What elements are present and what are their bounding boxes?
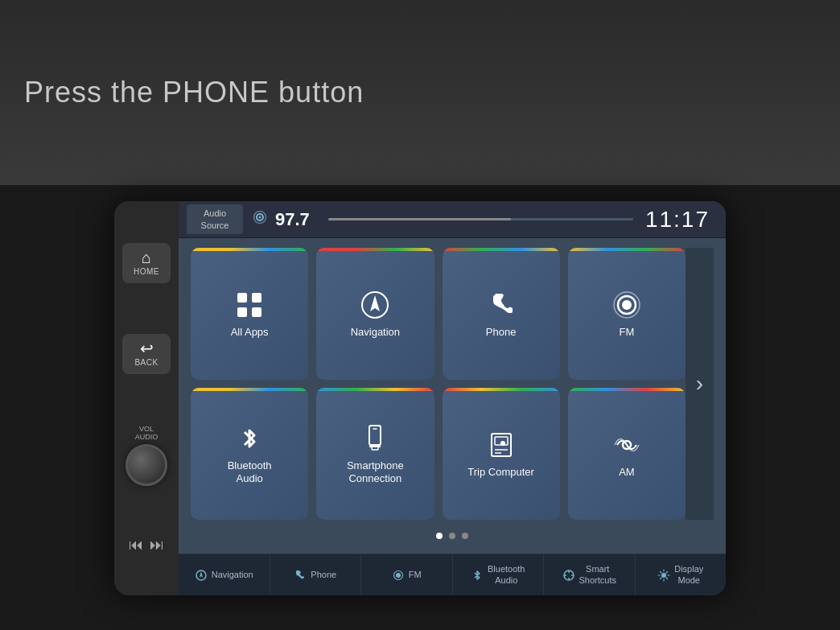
- svg-rect-6: [252, 307, 261, 317]
- dot-1[interactable]: [436, 533, 443, 539]
- display-unit: ⌂ HOME ↩ BACK VOLAUDIO ⏮ ⏭ AudioSource: [114, 201, 726, 595]
- station-text: 97.7: [275, 209, 310, 230]
- bluetooth-icon: [233, 422, 266, 455]
- progress-bar: [328, 218, 633, 220]
- radio-icon: [251, 208, 269, 230]
- nav-phone-icon: [294, 569, 307, 582]
- tile-bluetooth-audio[interactable]: BluetoothAudio: [191, 388, 308, 520]
- nav-fm-icon: [392, 569, 405, 582]
- tile-phone[interactable]: Phone: [443, 248, 560, 380]
- vol-label: VOLAUDIO: [135, 425, 159, 441]
- volume-control: VOLAUDIO: [126, 425, 167, 486]
- svg-point-24: [396, 573, 401, 578]
- next-button[interactable]: ⏭: [150, 537, 164, 554]
- tile-navigation[interactable]: Navigation: [316, 248, 434, 380]
- audio-source-button[interactable]: AudioSource: [187, 204, 243, 234]
- tile-all-apps-label: All Apps: [231, 326, 269, 339]
- tile-all-apps[interactable]: All Apps: [191, 248, 308, 380]
- bottom-area: ⌂ HOME ↩ BACK VOLAUDIO ⏮ ⏭ AudioSource: [0, 185, 840, 630]
- nav-display-mode-label: DisplayMode: [674, 564, 703, 585]
- nav-navigation-label: Navigation: [212, 570, 253, 580]
- svg-rect-5: [237, 307, 247, 317]
- svg-point-20: [500, 441, 505, 446]
- svg-point-31: [661, 573, 666, 578]
- grid-with-arrow: All Apps Navigation: [191, 248, 714, 520]
- svg-point-2: [259, 216, 261, 219]
- top-banner: Press the PHONE button: [0, 0, 840, 185]
- station-area: 97.7: [243, 208, 645, 230]
- next-page-button[interactable]: ›: [696, 371, 703, 397]
- nav-fm[interactable]: FM: [361, 554, 453, 595]
- tile-phone-label: Phone: [486, 326, 517, 339]
- navigation-icon: [359, 289, 391, 321]
- tile-am[interactable]: AM: [568, 388, 686, 520]
- header-bar: AudioSource 97.7 11:17: [179, 201, 726, 238]
- nav-smart-shortcuts[interactable]: SmartShortcuts: [544, 554, 636, 595]
- home-button[interactable]: ⌂ HOME: [122, 243, 171, 283]
- nav-navigation-icon: [195, 569, 208, 582]
- tile-am-label: AM: [619, 466, 635, 479]
- left-controls: ⌂ HOME ↩ BACK VOLAUDIO ⏮ ⏭: [114, 201, 179, 595]
- am-radio-icon: [611, 429, 643, 461]
- main-screen: AudioSource 97.7 11:17: [179, 201, 726, 595]
- page-dots: [191, 528, 714, 544]
- trip-icon: [485, 429, 517, 461]
- home-icon: ⌂: [142, 249, 151, 266]
- dot-2[interactable]: [449, 533, 455, 539]
- right-arrow-area: ›: [686, 248, 714, 520]
- svg-point-9: [622, 300, 632, 310]
- back-button[interactable]: ↩ BACK: [122, 334, 171, 374]
- vol-knob[interactable]: [126, 444, 167, 486]
- svg-rect-4: [252, 293, 261, 303]
- nav-display-icon: [657, 569, 670, 582]
- nav-bluetooth-audio[interactable]: BluetoothAudio: [453, 554, 545, 595]
- dot-3[interactable]: [462, 533, 468, 539]
- tile-trip-label: Trip Computer: [467, 466, 534, 479]
- svg-rect-3: [237, 293, 247, 303]
- smartphone-icon: [359, 422, 391, 455]
- tile-navigation-label: Navigation: [351, 326, 400, 339]
- nav-navigation[interactable]: Navigation: [179, 554, 270, 595]
- back-icon: ↩: [140, 340, 154, 356]
- tile-fm[interactable]: FM: [568, 248, 686, 380]
- tile-smartphone[interactable]: SmartphoneConnection: [316, 388, 434, 520]
- phone-icon: [485, 289, 517, 321]
- back-label: BACK: [134, 358, 158, 367]
- app-row-1: All Apps Navigation: [191, 248, 686, 380]
- home-label: HOME: [134, 267, 159, 276]
- nav-bluetooth-label: BluetoothAudio: [488, 564, 525, 585]
- nav-bluetooth-icon: [471, 569, 484, 582]
- progress-fill: [328, 218, 511, 220]
- app-grid-area: All Apps Navigation: [179, 238, 726, 554]
- nav-smart-shortcuts-label: SmartShortcuts: [579, 564, 616, 585]
- nav-display-mode[interactable]: DisplayMode: [636, 554, 727, 595]
- nav-phone-label: Phone: [311, 570, 336, 580]
- nav-fm-label: FM: [409, 570, 422, 580]
- fm-radio-icon: [611, 289, 643, 321]
- prev-button[interactable]: ⏮: [129, 537, 143, 554]
- tiles-area: All Apps Navigation: [191, 248, 686, 520]
- app-row-2: BluetoothAudio SmartphoneConnection: [191, 388, 686, 520]
- tile-bluetooth-label: BluetoothAudio: [228, 459, 272, 484]
- tile-fm-label: FM: [619, 326, 634, 339]
- tile-smartphone-label: SmartphoneConnection: [347, 459, 404, 484]
- grid-icon: [233, 289, 266, 321]
- time-display: 11:17: [645, 207, 718, 233]
- svg-marker-8: [370, 295, 380, 311]
- nav-shortcuts-icon: [562, 569, 575, 582]
- instruction-text: Press the PHONE button: [24, 76, 364, 109]
- skip-controls: ⏮ ⏭: [129, 537, 164, 554]
- bottom-nav: Navigation Phone FM: [179, 554, 726, 595]
- tile-trip-computer[interactable]: Trip Computer: [443, 388, 560, 520]
- nav-phone[interactable]: Phone: [270, 554, 362, 595]
- svg-marker-23: [200, 571, 203, 578]
